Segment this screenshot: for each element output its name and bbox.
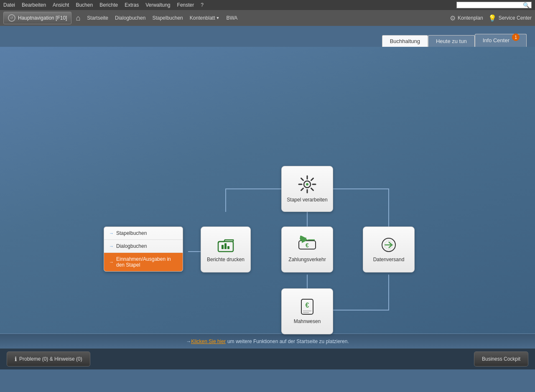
nav-bwa[interactable]: BWA xyxy=(224,14,240,22)
nav-stapelbuchen[interactable]: Stapelbuchen xyxy=(150,14,185,22)
kontenplan-button[interactable]: ⚙ Kontenplan xyxy=(450,14,483,22)
stapel-dropdown-card: → Stapelbuchen → Dialogbuchen → Einnahme… xyxy=(104,227,183,272)
infocenter-label: Info Center xyxy=(483,37,510,43)
menu-berichte[interactable]: Berichte xyxy=(99,2,118,8)
menu-verwaltung[interactable]: Verwaltung xyxy=(145,2,170,8)
stapel-item-label: Stapelbuchen xyxy=(116,230,147,236)
menu-bearbeiten[interactable]: Bearbeiten xyxy=(22,2,46,8)
footer-bar: ℹ Probleme (0) & Hinweise (0) Business C… xyxy=(0,349,535,369)
navbar: ↺ Hauptnavigation [F10] ⌂ Startseite Dia… xyxy=(0,10,535,26)
tab-heute[interactable]: Heute zu tun xyxy=(428,35,475,47)
bottom-bar: → Klicken Sie hier um weitere Funktionen… xyxy=(0,333,535,349)
stapel-verarbeiten-label: Stapel verarbeiten xyxy=(283,197,331,204)
svg-point-9 xyxy=(306,183,308,186)
arrow-icon: → xyxy=(109,244,114,249)
daten-icon xyxy=(379,236,399,254)
stapel-item-einnahmen[interactable]: → Einnahmen/Ausgaben in den Stapel xyxy=(104,253,183,271)
berichte-label: Berichte drucken xyxy=(204,257,248,263)
search-icon: 🔍 xyxy=(523,2,530,8)
mahnwesen-card[interactable]: € Mahnwesen xyxy=(281,288,333,334)
hauptnavigation-button[interactable]: ↺ Hauptnavigation [F10] xyxy=(3,12,71,24)
bottom-link[interactable]: Klicken Sie hier xyxy=(191,339,226,344)
zahlung-label: Zahlungsverkehr xyxy=(285,257,329,263)
daten-label: Datenversand xyxy=(370,257,408,263)
mahn-label: Mahnwesen xyxy=(290,318,324,325)
chevron-down-icon: ▼ xyxy=(216,16,220,20)
nav-startseite[interactable]: Startseite xyxy=(84,14,111,22)
zahlung-icon: € xyxy=(297,236,317,254)
svg-line-17 xyxy=(301,188,303,191)
datenversand-card[interactable]: Datenversand xyxy=(363,227,415,272)
svg-rect-7 xyxy=(227,246,229,249)
tab-infocenter[interactable]: Info Center1 xyxy=(475,34,527,47)
bottom-prefix: → xyxy=(186,339,191,344)
nav-kontenblatt[interactable]: Kontenblatt ▼ xyxy=(187,14,222,22)
hauptnavigation-label: Hauptnavigation [F10] xyxy=(18,15,67,21)
svg-rect-5 xyxy=(222,245,224,249)
svg-text:€: € xyxy=(306,302,309,309)
nav-links: ⌂ Startseite Dialogbuchen Stapelbuchen K… xyxy=(76,14,449,23)
tab-area: Buchhaltung Heute zu tun Info Center1 xyxy=(0,26,535,47)
menu-fenster[interactable]: Fenster xyxy=(177,2,194,8)
menu-datei[interactable]: Datei xyxy=(3,2,15,8)
stapel-item-label: Einnahmen/Ausgaben in den Stapel xyxy=(116,256,178,268)
tab-buchhaltung[interactable]: Buchhaltung xyxy=(382,35,428,47)
berichte-drucken-card[interactable]: Berichte drucken xyxy=(201,227,251,272)
problems-label: Probleme (0) & Hinweise (0) xyxy=(19,356,82,362)
service-center-label: Service Center xyxy=(499,15,532,21)
menu-help[interactable]: ? xyxy=(201,2,204,8)
stapel-verarbeiten-card[interactable]: Stapel verarbeiten xyxy=(281,166,333,212)
main-content: → Stapelbuchen → Dialogbuchen → Einnahme… xyxy=(0,47,535,333)
circle-arrow-icon: ↺ xyxy=(8,14,15,22)
arrow-icon: → xyxy=(109,231,114,236)
menu-ansicht[interactable]: Ansicht xyxy=(53,2,69,8)
bulb-icon: 💡 xyxy=(488,14,497,22)
connections-svg xyxy=(0,47,535,333)
bottom-suffix: um weitere Funktionen auf der Startseite… xyxy=(227,339,349,344)
stapel-item-stapelbuchen[interactable]: → Stapelbuchen xyxy=(104,227,183,240)
problems-button[interactable]: ℹ Probleme (0) & Hinweise (0) xyxy=(7,351,90,367)
svg-rect-6 xyxy=(224,243,227,249)
stapel-item-label: Dialogbuchen xyxy=(116,243,147,249)
cockpit-button[interactable]: Business Cockpit xyxy=(474,351,528,367)
menu-buchen[interactable]: Buchen xyxy=(76,2,93,8)
workflow-area: → Stapelbuchen → Dialogbuchen → Einnahme… xyxy=(0,47,535,333)
gear-process-icon xyxy=(297,174,317,194)
svg-line-16 xyxy=(311,178,313,181)
nav-dialogbuchen[interactable]: Dialogbuchen xyxy=(112,14,148,22)
mahn-icon: € xyxy=(298,298,316,316)
berichte-icon xyxy=(217,236,235,254)
service-center-button[interactable]: 💡 Service Center xyxy=(488,14,532,22)
stapel-item-dialogbuchen[interactable]: → Dialogbuchen xyxy=(104,240,183,253)
svg-text:€: € xyxy=(306,242,309,249)
nav-right: ⚙ Kontenplan 💡 Service Center xyxy=(450,14,532,22)
tab-badge: 1 xyxy=(512,33,520,41)
search-input[interactable] xyxy=(459,3,523,8)
kontenplan-label: Kontenplan xyxy=(458,15,483,21)
home-icon: ⌂ xyxy=(76,14,80,23)
menu-extras[interactable]: Extras xyxy=(125,2,139,8)
info-icon: ℹ xyxy=(15,356,17,362)
arrow-icon: → xyxy=(109,260,114,265)
search-box[interactable]: 🔍 xyxy=(456,2,532,8)
cockpit-label: Business Cockpit xyxy=(482,356,520,362)
svg-line-15 xyxy=(311,188,313,191)
svg-line-14 xyxy=(301,178,303,181)
zahlungsverkehr-card[interactable]: € Zahlungsverkehr xyxy=(281,227,333,272)
gear-icon: ⚙ xyxy=(450,14,456,22)
menubar: Datei Bearbeiten Ansicht Buchen Berichte… xyxy=(0,0,535,10)
